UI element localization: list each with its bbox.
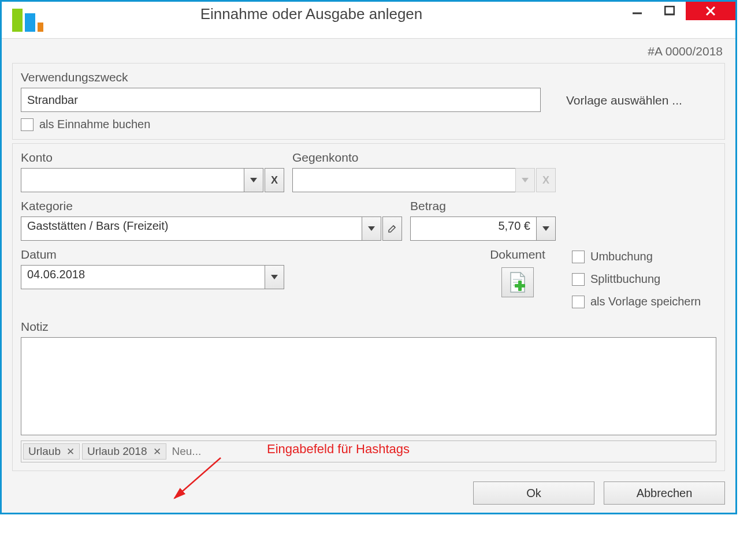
- document-label: Dokument: [490, 248, 545, 262]
- dialog-buttons: Ok Abbrechen: [12, 475, 725, 505]
- counter-account-clear-button: X: [536, 168, 556, 192]
- counter-account-combo: X: [292, 168, 556, 192]
- cancel-button[interactable]: Abbrechen: [604, 481, 725, 505]
- options-column: Umbuchung Splittbuchung als Vorlage spei…: [560, 245, 716, 313]
- tag-chip: Urlaub 2018 ✕: [82, 443, 166, 460]
- select-template-link[interactable]: Vorlage auswählen ...: [549, 94, 688, 112]
- counter-account-dropdown-button: [515, 168, 535, 192]
- account-dropdown-button[interactable]: [244, 168, 263, 192]
- tag-input[interactable]: [169, 443, 714, 460]
- purpose-section: Verwendungszweck Vorlage auswählen ... a…: [12, 63, 725, 140]
- dialog-body: #A 0000/2018 Verwendungszweck Vorlage au…: [2, 39, 735, 513]
- split-label: Splittbuchung: [590, 272, 660, 286]
- account-clear-button[interactable]: X: [265, 168, 284, 192]
- title-bar: Einnahme oder Ausgabe anlegen: [2, 2, 735, 39]
- purpose-input[interactable]: [21, 88, 541, 112]
- category-edit-button[interactable]: [382, 216, 402, 241]
- details-section: Konto X Gegenkonto X: [12, 143, 725, 471]
- hashtag-bar[interactable]: Urlaub ✕ Urlaub 2018 ✕: [21, 440, 716, 462]
- tag-label: Urlaub: [28, 445, 61, 458]
- account-label: Konto: [21, 151, 284, 165]
- svg-rect-1: [25, 13, 35, 32]
- svg-rect-4: [665, 6, 674, 14]
- document-id: #A 0000/2018: [12, 39, 725, 63]
- amount-combo[interactable]: 5,70 €: [410, 216, 556, 241]
- date-combo[interactable]: 04.06.2018: [21, 265, 284, 289]
- account-combo[interactable]: X: [21, 168, 284, 192]
- date-input[interactable]: 04.06.2018: [21, 265, 265, 289]
- window-title: Einnahme oder Ausgabe anlegen: [2, 2, 621, 23]
- book-as-income-label: als Einnahme buchen: [39, 118, 150, 131]
- account-input[interactable]: [21, 168, 244, 192]
- window-buttons: [621, 2, 735, 20]
- split-checkbox[interactable]: Splittbuchung: [572, 272, 716, 286]
- date-label: Datum: [21, 248, 284, 262]
- dialog-window: Einnahme oder Ausgabe anlegen #A 0000/20…: [0, 0, 737, 514]
- svg-rect-0: [12, 9, 23, 32]
- category-combo[interactable]: Gaststätten / Bars (Freizeit): [21, 216, 402, 241]
- counter-account-input: [292, 168, 515, 192]
- close-button[interactable]: [686, 2, 735, 20]
- category-label: Kategorie: [21, 199, 402, 213]
- tag-chip: Urlaub ✕: [23, 443, 80, 460]
- add-document-button[interactable]: [501, 267, 534, 297]
- app-icon: [9, 6, 43, 34]
- maximize-button[interactable]: [653, 2, 686, 20]
- amount-dropdown-button[interactable]: [536, 216, 556, 241]
- tag-label: Urlaub 2018: [87, 445, 147, 458]
- tag-remove-icon[interactable]: ✕: [66, 446, 75, 458]
- date-dropdown-button[interactable]: [265, 265, 284, 289]
- checkbox-box: [21, 118, 34, 131]
- category-dropdown-button[interactable]: [362, 216, 381, 241]
- amount-label: Betrag: [410, 199, 556, 213]
- tag-remove-icon[interactable]: ✕: [153, 446, 161, 458]
- category-input[interactable]: Gaststätten / Bars (Freizeit): [21, 216, 362, 241]
- save-template-checkbox[interactable]: als Vorlage speichern: [572, 295, 716, 308]
- book-as-income-checkbox[interactable]: als Einnahme buchen: [21, 118, 716, 131]
- minimize-button[interactable]: [621, 2, 653, 20]
- transfer-checkbox[interactable]: Umbuchung: [572, 250, 716, 263]
- notes-textarea[interactable]: [21, 337, 716, 435]
- ok-button[interactable]: Ok: [473, 481, 594, 505]
- amount-input[interactable]: 5,70 €: [410, 216, 536, 241]
- transfer-label: Umbuchung: [590, 250, 653, 263]
- svg-rect-2: [38, 23, 43, 32]
- counter-account-label: Gegenkonto: [292, 151, 556, 165]
- save-template-label: als Vorlage speichern: [590, 295, 701, 308]
- purpose-label: Verwendungszweck: [21, 70, 716, 84]
- notes-label: Notiz: [21, 320, 716, 334]
- svg-rect-11: [515, 284, 525, 288]
